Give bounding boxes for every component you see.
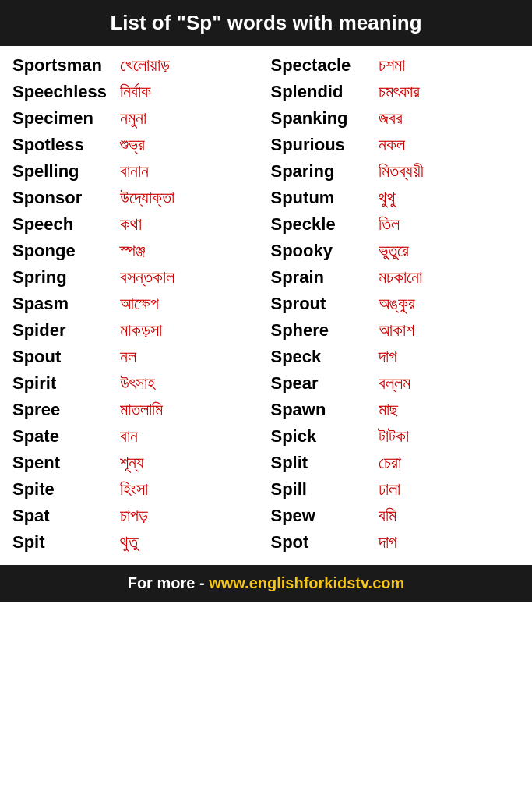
word-row: Spit থুতু <box>8 529 266 556</box>
bengali-word: মাকড়সা <box>120 320 162 341</box>
english-word: Spew <box>271 506 372 526</box>
word-row: Spat চাপড় <box>8 503 266 529</box>
footer: For more - www.englishforkidstv.com <box>0 565 532 602</box>
word-row: Spelling বানান <box>8 158 266 185</box>
bengali-word: শূন্য <box>120 453 144 473</box>
bengali-word: টাটকা <box>379 426 409 447</box>
english-word: Sputum <box>271 188 372 208</box>
word-row: Sprain মচকানো <box>266 264 525 291</box>
left-column: Sportsman খেলোয়াড় Speechless নির্বাক S… <box>8 52 266 556</box>
english-word: Spite <box>12 479 114 500</box>
bengali-word: বান <box>120 426 138 447</box>
english-word: Spawn <box>271 400 372 420</box>
bengali-word: উৎসাহ <box>120 373 155 394</box>
english-word: Sprout <box>271 294 372 314</box>
english-word: Sponsor <box>12 188 114 208</box>
bengali-word: দাগ <box>379 347 397 367</box>
english-word: Sponge <box>12 241 114 261</box>
bengali-word: আক্ষেপ <box>120 294 159 314</box>
english-word: Split <box>271 453 372 473</box>
bengali-word: নমুনা <box>120 108 146 129</box>
english-word: Spick <box>271 426 372 447</box>
english-word: Spasm <box>12 294 114 314</box>
english-word: Spear <box>271 373 372 394</box>
bengali-word: নল <box>120 347 136 367</box>
english-word: Speck <box>271 347 372 367</box>
bengali-word: চাপড় <box>120 506 148 526</box>
bengali-word: হিংসা <box>120 479 148 500</box>
english-word: Spring <box>12 267 114 288</box>
bengali-word: উদ্যোক্তা <box>120 188 174 208</box>
footer-label: For more - <box>128 574 209 591</box>
right-column: Spectacle চশমা Splendid চমৎকার Spanking … <box>266 52 525 556</box>
word-row: Spent শূন্য <box>8 450 266 476</box>
bengali-word: বল্লম <box>379 373 410 394</box>
english-word: Spout <box>12 347 114 367</box>
english-word: Sportsman <box>12 55 114 76</box>
word-row: Sponsor উদ্যোক্তা <box>8 185 266 211</box>
english-word: Spectacle <box>271 55 372 76</box>
word-row: Spanking জবর <box>266 105 525 132</box>
english-word: Sprain <box>271 267 372 288</box>
word-row: Specimen নমুনা <box>8 105 266 132</box>
bengali-word: কথা <box>120 214 142 235</box>
content-area: Sportsman খেলোয়াড় Speechless নির্বাক S… <box>0 46 532 562</box>
english-word: Spotless <box>12 135 114 155</box>
english-word: Spider <box>12 320 114 341</box>
word-row: Spite হিংসা <box>8 476 266 503</box>
english-word: Spooky <box>271 241 372 261</box>
bengali-word: নির্বাক <box>120 82 151 102</box>
word-row: Spider মাকড়সা <box>8 317 266 344</box>
word-row: Spectacle চশমা <box>266 52 525 79</box>
bengali-word: চশমা <box>379 55 405 76</box>
word-row: Spotless শুভ্র <box>8 132 266 158</box>
bengali-word: মাছ <box>379 400 398 420</box>
word-row: Speck দাগ <box>266 344 525 370</box>
english-word: Spent <box>12 453 114 473</box>
english-word: Spat <box>12 506 114 526</box>
word-row: Spirit উৎসাহ <box>8 370 266 397</box>
english-word: Specimen <box>12 108 114 129</box>
bengali-word: অঙ্কুর <box>379 294 415 314</box>
word-row: Spurious নকল <box>266 132 525 158</box>
bengali-word: মাতলামি <box>120 400 163 420</box>
footer-url[interactable]: www.englishforkidstv.com <box>209 574 404 591</box>
word-row: Split চেরা <box>266 450 525 476</box>
english-word: Splendid <box>271 82 372 102</box>
word-row: Spasm আক্ষেপ <box>8 291 266 317</box>
english-word: Spelling <box>12 161 114 182</box>
english-word: Speechless <box>12 82 114 102</box>
bengali-word: আকাশ <box>379 320 414 341</box>
bengali-word: ঢালা <box>379 479 400 500</box>
bengali-word: চমৎকার <box>379 82 420 102</box>
word-row: Speechless নির্বাক <box>8 79 266 105</box>
word-row: Spawn মাছ <box>266 397 525 423</box>
word-row: Speech কথা <box>8 211 266 238</box>
english-word: Spirit <box>12 373 114 394</box>
header: List of "Sp" words with meaning <box>0 0 532 46</box>
word-row: Sputum থুথু <box>266 185 525 211</box>
bengali-word: খেলোয়াড় <box>120 55 170 76</box>
word-row: Spill ঢালা <box>266 476 525 503</box>
english-word: Spanking <box>271 108 372 129</box>
english-word: Spurious <box>271 135 372 155</box>
bengali-word: থুথু <box>379 188 396 208</box>
english-word: Sphere <box>271 320 372 341</box>
word-row: Sprout অঙ্কুর <box>266 291 525 317</box>
word-row: Spooky ভুতুরে <box>266 238 525 264</box>
bengali-word: বসন্তকাল <box>120 267 174 288</box>
bengali-word: দাগ <box>379 532 397 553</box>
word-row: Sphere আকাশ <box>266 317 525 344</box>
word-row: Spout নল <box>8 344 266 370</box>
bengali-word: মিতব্যয়ী <box>379 161 424 182</box>
bengali-word: মচকানো <box>379 267 422 288</box>
word-row: Spick টাটকা <box>266 423 525 450</box>
word-row: Spate বান <box>8 423 266 450</box>
bengali-word: স্পঞ্জ <box>120 241 146 261</box>
word-row: Spree মাতলামি <box>8 397 266 423</box>
word-row: Spew বমি <box>266 503 525 529</box>
english-word: Spot <box>271 532 372 553</box>
word-row: Sportsman খেলোয়াড় <box>8 52 266 79</box>
english-word: Speech <box>12 214 114 235</box>
word-row: Spear বল্লম <box>266 370 525 397</box>
